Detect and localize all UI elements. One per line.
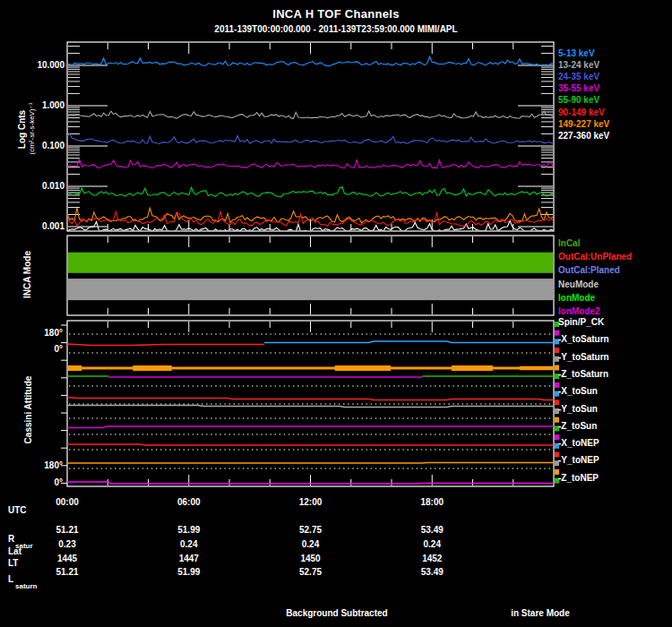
ephemeris-value: 1450 (280, 554, 342, 563)
ephemeris-value: 51.21 (36, 525, 99, 535)
ephemeris-value: 53.49 (401, 525, 463, 535)
legend-item: -Z_toSun (558, 421, 597, 431)
ephemeris-row-label: L (8, 574, 13, 584)
legend-item: -Y_toSun (558, 404, 598, 414)
utc-tick: 12:00 (280, 497, 342, 507)
footer-stare-mode: in Stare Mode (469, 608, 612, 618)
tof-y-axis-label: Log Cnts (17, 76, 27, 184)
plot-subtitle: 2011-139T00:00:00.000 - 2011-139T23:59:0… (0, 24, 672, 34)
legend-item: 90-149 keV (558, 107, 605, 117)
legend-item: -Z_toSaturn (558, 369, 608, 379)
tof-y-tick: 0.010 (25, 181, 65, 191)
ephemeris-value: 52.75 (280, 525, 342, 535)
ephemeris-value: 51.21 (36, 567, 99, 577)
ephemeris-row-label: R (8, 534, 14, 544)
legend-item: IonMode2 (558, 306, 600, 316)
tof-y-axis-units: (cm²-sr-s-keV)⁻¹ (28, 75, 36, 183)
attitude-y-axis-label: Cassini Attitude (23, 356, 33, 464)
legend-item: OutCal:UnPlaned (558, 252, 632, 262)
legend-item: 35-55 keV (558, 83, 599, 93)
legend-item: 5-13 keV (558, 48, 595, 58)
tof-y-tick: 10.000 (25, 60, 65, 70)
legend-item: 149-227 keV (558, 119, 609, 129)
legend-item: OutCal:Planed (558, 265, 620, 275)
legend-item: -Y_toSaturn (558, 352, 609, 362)
ephemeris-value: 0.24 (401, 539, 463, 549)
legend-item: -X_toSun (558, 386, 598, 396)
utc-tick: 06:00 (158, 497, 220, 507)
ephemeris-value: 53.49 (401, 567, 463, 577)
mode-y-axis-label: INCA Mode (22, 221, 32, 329)
ephemeris-value: 1447 (158, 554, 220, 563)
legend-item: 24-35 keV (558, 72, 599, 82)
attitude-y-tick: 180° (32, 460, 63, 470)
ephemeris-value: 51.99 (158, 525, 220, 535)
ephemeris-value: 1452 (401, 554, 463, 563)
inca-tof-plot: INCA H TOF Channels 2011-139T00:00:00.00… (0, 0, 672, 627)
attitude-y-tick: 0° (32, 344, 63, 354)
footer-background-subtracted: Background Subtracted (247, 608, 426, 618)
tof-y-tick: 1.000 (25, 100, 65, 110)
legend-item: IonMode (558, 293, 595, 303)
legend-item: 13-24 keV (558, 60, 599, 70)
ephemeris-value: 1445 (36, 554, 99, 563)
tof-y-tick: 0.100 (25, 141, 65, 150)
ephemeris-value: 0.24 (158, 539, 220, 549)
legend-item: NeuMode (558, 279, 599, 289)
attitude-y-tick: 0° (32, 477, 63, 487)
tof-y-tick: 0.001 (25, 221, 65, 231)
legend-item: -Y_toNEP (558, 455, 599, 465)
legend-item: InCal (558, 238, 580, 248)
page-title: INCA H TOF Channels (0, 7, 672, 21)
legend-item: Spin/P_CK (558, 317, 604, 327)
ephemeris-value: 52.75 (280, 567, 342, 577)
ephemeris-value: 0.23 (36, 539, 99, 549)
legend-item: 227-360 keV (558, 131, 609, 141)
attitude-y-tick: 180° (32, 328, 63, 338)
legend-item: -Z_toNEP (558, 473, 599, 483)
ephemeris-row-label-sub: saturn (15, 582, 37, 590)
legend-item: -X_toNEP (558, 438, 599, 448)
utc-tick: 18:00 (401, 497, 463, 507)
ephemeris-value: 51.99 (158, 567, 220, 577)
utc-row-label: UTC (8, 505, 27, 515)
ephemeris-value: 0.24 (280, 539, 342, 549)
utc-tick: 00:00 (36, 497, 99, 507)
legend-item: -X_toSaturn (558, 334, 609, 344)
ephemeris-row-label: Lat (8, 546, 22, 556)
ephemeris-row-label: LT (8, 558, 18, 568)
legend-item: 55-90 keV (558, 95, 599, 105)
